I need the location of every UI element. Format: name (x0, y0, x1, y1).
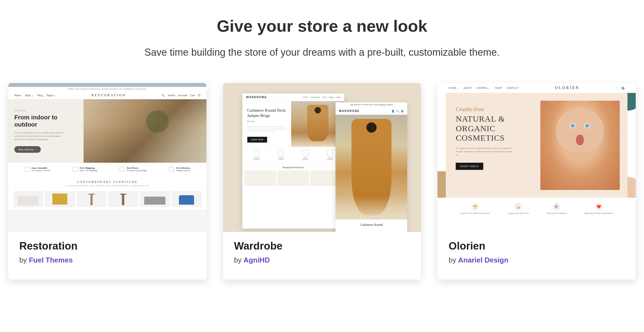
theme-author-link[interactable]: Anariel Design (458, 256, 508, 264)
nav-item: Collections (310, 96, 320, 98)
theme-title: Restoration (19, 240, 195, 252)
hero-eyebrow: New Arrivals (14, 109, 77, 112)
promo-bar: Use 20%OFF for discount. Free shipping. … (336, 102, 407, 107)
feature-title: Free Shipping (80, 167, 97, 169)
theme-cards-row: FREE TRACKED SHIPPING WORLDWIDE ON ORDER… (6, 83, 638, 280)
feature-sub: No matter your budget (127, 169, 147, 172)
hero-image (84, 99, 206, 163)
badge-label: Plant A Tree With Every Order (460, 212, 490, 215)
product-price: $249.00 (247, 121, 286, 122)
by-prefix: by (234, 256, 244, 264)
nav-item: Search (168, 94, 175, 97)
theme-card-olorien[interactable]: HOME ⌄ ABOUT JOURNAL ⌄ SHOP CONTACT OLOR… (438, 83, 636, 280)
nav-item: JOURNAL ⌄ (476, 87, 491, 89)
product-title: Cashmere Round Neck Jumper Beige (247, 108, 286, 118)
theme-thumbnail: WARDROBE Home Collections Shop Pages Blo… (223, 83, 421, 232)
product-caption: Cashmere Round (336, 219, 407, 230)
theme-author-link[interactable]: AgniHD (243, 256, 270, 264)
theme-title: Wardrobe (234, 240, 410, 252)
nav-item: Pages ⌄ (47, 94, 56, 97)
product-image (336, 115, 407, 219)
nav-item: Cart (190, 94, 195, 97)
theme-card-restoration[interactable]: FREE TRACKED SHIPPING WORLDWIDE ON ORDER… (8, 83, 206, 280)
mock-logo: WARDROBE (246, 96, 267, 99)
badge-icon: 🍃 (514, 203, 522, 210)
section-heading: Give your store a new look (6, 17, 638, 36)
desktop-mock: WARDROBE Home Collections Shop Pages Blo… (242, 93, 344, 229)
section-subheading: Save time building the store of your dre… (6, 47, 638, 58)
nav-item: Shop ⌄ (25, 94, 33, 97)
nav-item: Blog (37, 94, 43, 97)
feature-row: Easy AssemblyTwo people, one tool Free S… (8, 163, 206, 176)
card-meta: Olorien by Anariel Design (438, 232, 636, 280)
nav-item: CONTACT (507, 87, 519, 89)
nav-item: HOME ⌄ (449, 87, 459, 89)
user-icon: 👤 (391, 110, 395, 113)
nav-item: SHOP (495, 87, 502, 89)
badge-icon: 🌱 (471, 203, 479, 210)
mobile-mock: Use 20%OFF for discount. Free shipping. … (336, 102, 407, 232)
hero-cta: Shop collection → (14, 146, 41, 153)
badge-label: Vegan & Cruelty Free (508, 212, 529, 215)
nav-item: Pages (329, 96, 334, 98)
heart-icon: ♡ (616, 87, 619, 90)
hero-title: NATURAL & ORGANIC COSMETICS (456, 114, 530, 143)
bag-icon: 🛍️ (401, 110, 404, 113)
product-row (8, 188, 206, 210)
hero-desc: From rescuing design icons to creating f… (14, 131, 64, 141)
search-icon: 🔍 (396, 110, 399, 113)
category-sub: From glam vibes to laid-back comfort, th… (8, 184, 206, 187)
feature-sub: Two people, one tool (32, 169, 50, 172)
feature-title: Fair Prices (127, 167, 147, 169)
mock-nav: HOME ⌄ ABOUT JOURNAL ⌄ SHOP CONTACT OLOR… (438, 83, 636, 93)
nav-item: Account (178, 94, 187, 97)
nav-item: Blog (337, 96, 340, 98)
theme-author-link[interactable]: Fuel Themes (29, 256, 73, 264)
mock-logo: RESTORATION (92, 93, 126, 97)
badge-label: Naturally Derived Ingredients (584, 212, 613, 215)
card-meta: Restoration by Fuel Themes (8, 232, 206, 280)
badge-row: 🌱Plant A Tree With Every Order 🍃Vegan & … (438, 198, 636, 219)
hero-cta: SHOP TODAY (456, 163, 483, 170)
by-prefix: by (449, 256, 458, 264)
category-title: CONTEMPORARY FURNITURE (8, 180, 206, 183)
theme-thumbnail: HOME ⌄ ABOUT JOURNAL ⌄ SHOP CONTACT OLOR… (438, 83, 636, 232)
badge-icon: ❤️ (595, 203, 603, 210)
hero-desc: Sed gravida ornare vestibulum turpis dia… (456, 147, 514, 157)
nav-item: ABOUT (463, 87, 472, 89)
theme-card-wardrobe[interactable]: WARDROBE Home Collections Shop Pages Blo… (223, 83, 421, 280)
mock-logo: OLORIEN (555, 86, 579, 90)
by-prefix: by (19, 256, 29, 264)
badge-icon: ⚗️ (553, 203, 560, 210)
feature-title: Easy Assembly (32, 167, 50, 169)
nav-item: Shop (322, 96, 326, 98)
badge-label: Strong Formulations (547, 212, 567, 215)
mock-logo: WARDROBE (339, 109, 359, 113)
card-meta: Wardrobe by AgniHD (223, 232, 421, 280)
feature-sub: Fast + free shipping (80, 169, 97, 172)
feature-title: Free Returns (176, 167, 190, 169)
theme-thumbnail: FREE TRACKED SHIPPING WORLDWIDE ON ORDER… (8, 83, 206, 232)
nav-item: Home (303, 96, 308, 98)
feature-sub: Simply return it (176, 169, 190, 172)
bag-icon: 🛍️ (621, 87, 625, 90)
hero-script: Cruelty-Free (456, 106, 530, 113)
promo-banner: FREE TRACKED SHIPPING WORLDWIDE ON ORDER… (8, 87, 206, 92)
hero-image (540, 101, 620, 190)
handpicked-title: Handpicked Products (242, 163, 344, 170)
shop-button: SHOP NOW (247, 137, 267, 143)
theme-marketplace-section: Give your store a new look Save time bui… (0, 0, 644, 280)
theme-title: Olorien (449, 240, 625, 252)
hero-title: From indoor to outdoor (14, 114, 77, 128)
nav-item: Home (14, 94, 21, 97)
mock-nav: Home Shop ⌄ Blog Pages ⌄ RESTORATION 🔍 S… (8, 92, 206, 99)
